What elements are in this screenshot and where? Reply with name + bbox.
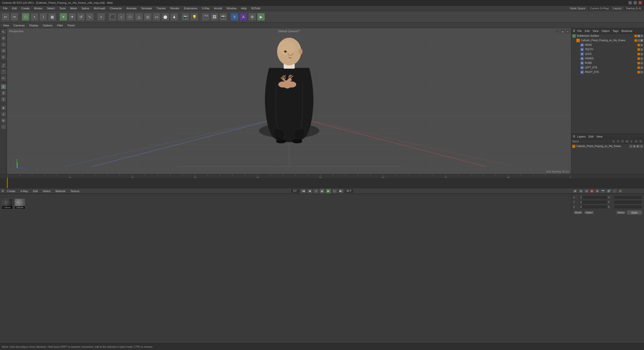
bottom-menu-icon[interactable]: ☰ [2,189,4,193]
cone-button[interactable]: △ [135,13,143,21]
torus-button[interactable]: ◎ [144,13,152,21]
menu-vray[interactable]: V-Ray [200,6,212,10]
tool-s2[interactable]: S [1,90,6,96]
material-swatch-2[interactable]: Catholic [15,199,25,209]
tl-btn-1[interactable]: ⊞ [573,189,578,193]
apply-button[interactable]: Apply [627,210,642,215]
tool-s3[interactable]: S [1,97,6,102]
bottom-create[interactable]: Create [5,189,17,193]
menu-tracker[interactable]: Tracker [155,6,168,10]
obj-menu-edit[interactable]: Edit [584,29,591,33]
secondary-filter[interactable]: Filter [55,23,65,27]
frame-input-start[interactable]: 0 F [291,189,300,193]
move-tool-button[interactable]: ✈ [68,13,76,21]
tool-line[interactable]: ╱ [1,63,6,68]
stop-button[interactable]: ■ [319,188,325,194]
menu-mesh[interactable]: Mesh [68,6,79,10]
tool-fx[interactable]: fx [1,118,6,123]
arnold-button[interactable]: A [239,13,247,21]
vray-button[interactable]: V [231,13,239,21]
obj-row-teeth[interactable]: ▦ TEETH [571,47,644,52]
scale-tool-button[interactable]: ⤡ [86,13,94,21]
layer-row-priest[interactable]: Catholic_Priest_Praying_on_His_Knees □ ■… [571,144,644,149]
secondary-options[interactable]: Options [41,23,54,27]
jump-to-start-button[interactable]: |◀ [300,188,306,194]
add-button[interactable]: + [97,13,105,21]
plane-button[interactable]: ▭ [153,13,161,21]
menu-file[interactable]: File [1,6,10,10]
point-mode-button[interactable]: • [30,13,39,21]
tl-btn-5[interactable]: ⚙ [595,189,600,193]
layers-edit[interactable]: Edit [588,135,594,138]
layout-select[interactable]: Startup (5.4) [624,6,643,10]
menu-modes[interactable]: Modes [32,6,45,10]
tool-layers-icon[interactable]: ≡ [1,111,6,117]
layers-view[interactable]: View [595,135,603,138]
object-button[interactable]: Object [584,211,594,214]
obj-menu-view[interactable]: View [592,29,600,33]
obj-row-hands[interactable]: ▦ HANDS [571,56,644,61]
obj-row-legs[interactable]: ▦ LEGS [571,52,644,56]
redo-button[interactable]: ↪ [10,13,18,21]
obj-row-left-eye[interactable]: ▦ LEFT_EYE [571,65,644,70]
figure-button[interactable]: ♟ [170,13,178,21]
minimize-button[interactable]: — [628,1,632,5]
timeline-track[interactable] [0,178,644,188]
node-space-select[interactable]: Current (V-Ray) [588,6,611,10]
p-input[interactable] [614,200,642,204]
tl-btn-9[interactable]: ≡ [618,189,623,193]
polygon-mode-button[interactable]: ▦ [48,13,56,21]
maximize-button[interactable]: □ [633,1,637,5]
menu-edit[interactable]: Edit [10,6,19,10]
layer-icon-4[interactable]: ≡ [640,145,643,148]
viewport[interactable]: Perspective Default Camera** ⛶ ◎ ≡ X Y G… [7,28,571,174]
layers-menu-icon[interactable]: ☰ [573,135,575,138]
select-tool-button[interactable]: ✕ [59,13,67,21]
obj-menu-tags[interactable]: Tags [612,29,619,33]
secondary-panel[interactable]: Panel [66,23,77,27]
bottom-select[interactable]: Select [41,189,53,193]
obj-row-subdivision[interactable]: S Subdivision Surface [571,34,644,38]
layer-icon-2[interactable]: ■ [633,145,636,148]
tl-btn-6[interactable]: 📷 [600,189,605,193]
menu-mograph[interactable]: MoGraph [92,6,107,10]
menu-window[interactable]: Window [224,6,238,10]
viewport-maximize-button[interactable]: ⛶ [555,29,559,34]
editor-render-button[interactable]: 🖼 [210,13,218,21]
model-mode-button[interactable]: ⬡ [22,13,30,21]
menu-simulate[interactable]: Simulate [139,6,154,10]
menu-spline[interactable]: Spline [80,6,91,10]
tool-s1[interactable]: S [1,84,6,90]
y-input[interactable]: 0 [579,200,607,204]
menu-character[interactable]: Character [108,6,124,10]
material-swatch-1[interactable]: Catholic [2,199,13,209]
cube-button[interactable]: ⬛ [108,13,117,21]
menu-render[interactable]: Render [168,6,181,10]
light-button[interactable]: 💡 [190,13,198,21]
bottom-vray[interactable]: V-Ray [18,189,30,193]
tool-magnet[interactable]: ⊕ [1,105,6,111]
secondary-display[interactable]: Display [27,23,40,27]
sphere-button[interactable]: ○ [117,13,125,21]
undo-button[interactable]: ↩ [2,13,10,21]
obj-menu-bookmar[interactable]: Bookmar [620,29,633,33]
next-frame-button[interactable]: ▷ [332,188,337,194]
frame-input-end[interactable]: 90 F [345,189,354,193]
tool-draw[interactable]: ✏ [1,54,6,60]
tl-btn-3[interactable]: ⊡ [584,189,589,193]
tool-scale[interactable]: ⤡ [1,42,6,47]
h-input[interactable] [614,195,642,199]
b-input[interactable] [614,205,642,209]
obj-menu-file[interactable]: File [576,29,583,33]
menu-extensions[interactable]: Extensions [182,6,200,10]
tool-knife[interactable]: ✂ [1,75,6,81]
menu-tools[interactable]: Tools [57,6,68,10]
play-forward-button[interactable]: ▶ [326,188,331,194]
camera-button[interactable]: 📷 [181,13,190,21]
render-view-button[interactable]: 🎬 [202,13,210,21]
object-manager-menu-icon[interactable]: ☰ [573,29,575,32]
menu-select[interactable]: Select [45,6,57,10]
tl-btn-8[interactable]: ↑ [612,189,617,193]
viewport-settings-button[interactable]: ≡ [565,29,570,34]
menu-help[interactable]: Help [239,6,249,10]
